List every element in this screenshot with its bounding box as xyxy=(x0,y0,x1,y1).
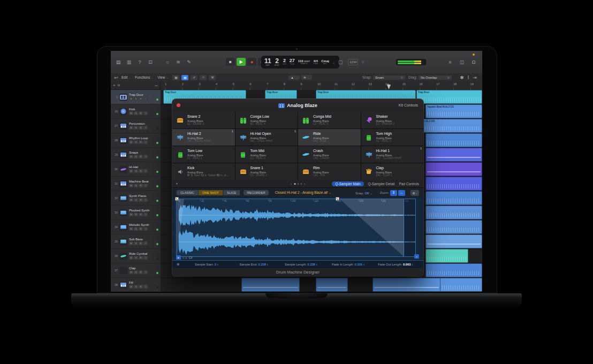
pager-dot[interactable] xyxy=(300,183,302,185)
m-button[interactable]: M xyxy=(129,126,133,130)
region[interactable] xyxy=(425,148,482,162)
m-button[interactable]: M xyxy=(129,111,133,115)
tab-pad-controls[interactable]: Pad Controls xyxy=(399,182,419,186)
i-button[interactable]: I xyxy=(143,169,148,173)
track-row-synth-piano[interactable]: 32Synth PianoMSRI xyxy=(111,191,161,206)
region[interactable] xyxy=(425,220,482,234)
pad-shaker[interactable]: ShakerAnalog BlazeD2 - SHAKER 2 xyxy=(361,112,424,128)
pad-snare-2[interactable]: Snare 2Analog BlazeE1 - SNARE 2 xyxy=(172,112,235,128)
i-button[interactable]: I xyxy=(143,256,148,260)
r-button[interactable]: R xyxy=(139,126,143,130)
i-button[interactable]: I xyxy=(143,126,148,130)
s-button[interactable]: S xyxy=(134,111,138,115)
pointer-tool-selector[interactable]: ▲⌄ xyxy=(288,75,300,80)
editors-icon[interactable]: ✎ xyxy=(185,58,193,66)
waveform-zoom-icon[interactable]: Ⅰ xyxy=(466,74,470,81)
region[interactable] xyxy=(425,177,482,191)
r-button[interactable]: R xyxy=(139,111,143,115)
loop-icon[interactable]: ⌗ xyxy=(200,75,207,80)
fade-out-handle[interactable] xyxy=(336,197,339,201)
smart-controls-icon[interactable]: ☼ xyxy=(163,58,172,66)
auto-zoom-icon[interactable]: ⇥ xyxy=(473,74,477,81)
i-button[interactable]: I xyxy=(143,140,148,144)
param-fade-in-length[interactable]: Fade In Length: 0.006 s xyxy=(325,263,372,266)
region[interactable] xyxy=(425,249,468,263)
pad-tom-low[interactable]: Tom LowAnalog BlazeF1 - PERC 1 xyxy=(172,146,235,163)
catch-icon[interactable]: ✱ xyxy=(460,74,464,81)
track-row-snaps[interactable]: 29SnapsMSRI xyxy=(111,148,161,162)
disclosure-triangle-icon[interactable]: ▼ xyxy=(176,182,178,185)
pager-next-icon[interactable]: › xyxy=(304,182,305,185)
i-button[interactable]: I xyxy=(143,241,148,245)
waveform-display[interactable]: 020406080100120140160180200 ▸ ⊏⊐ C3 ‹ xyxy=(172,198,423,260)
pager-prev-icon[interactable]: ‹ xyxy=(291,182,292,185)
s-button[interactable]: S xyxy=(134,213,138,216)
drag-selector[interactable]: Drag: No Overlap⇅ xyxy=(408,75,452,80)
track-row-clap[interactable]: 37ClapMSRI xyxy=(111,263,161,278)
lcd-display[interactable]: 11BAR 2BEAT 2DIV 27TICK 110 KEEPTEMPO 4/… xyxy=(261,56,339,69)
track-row-rhythm-loop[interactable]: 28Rhythm LoopMSRI xyxy=(111,133,161,148)
mode-classic[interactable]: CLASSIC xyxy=(177,190,199,195)
r-button[interactable]: R xyxy=(139,227,143,231)
automation-icon[interactable]: ✐ xyxy=(191,75,197,80)
snap-selector[interactable]: Snap: Smart⇅ xyxy=(362,75,405,80)
secondary-tool-selector[interactable]: ✛⌄ xyxy=(301,75,312,80)
i-button[interactable]: I xyxy=(143,97,148,101)
pad-hi-hat-open[interactable]: Hi-Hat OpenAnalog BlazeA#1 - OPEN HIHAT1 xyxy=(235,129,298,146)
lcd-chevron-icon[interactable]: ⌄ xyxy=(332,60,335,64)
pad-hi-hat-1[interactable]: Hi-Hat 1Analog BlazeF#1 - CLOSED HIHAT1 xyxy=(361,146,424,163)
pad-snare-1[interactable]: Snare 1Analog BlazeD1 - SNARE 1 xyxy=(235,163,298,180)
i-button[interactable]: I xyxy=(143,111,148,115)
track-row-machine-beat[interactable]: 31Machine BeatMSRI xyxy=(111,177,161,191)
i-button[interactable]: I xyxy=(143,184,148,187)
count-in-button[interactable]: 1234 xyxy=(348,59,358,65)
s-button[interactable]: S xyxy=(134,140,138,144)
snap-setting[interactable]: Snap: Off ⌄ xyxy=(355,191,372,195)
i-button[interactable]: I xyxy=(143,155,148,158)
m-button[interactable]: M xyxy=(129,198,133,202)
track-row-kick[interactable]: 26KickMSRI xyxy=(111,104,161,119)
apple-loops-icon[interactable]: Ω xyxy=(469,58,478,66)
back-icon[interactable]: ↩ xyxy=(112,74,120,81)
tab-q-sampler-main[interactable]: Q-Sampler Main xyxy=(332,181,363,186)
tab-q-sampler-detail[interactable]: Q-Sampler Detail xyxy=(368,182,395,186)
pad-kick[interactable]: KickAnalog BlazeMSInput: C1 ⇅Output: B0 … xyxy=(172,163,235,180)
region[interactable] xyxy=(425,206,482,219)
s-button[interactable]: S xyxy=(134,198,138,202)
fade-in-handle[interactable] xyxy=(175,197,179,201)
i-button[interactable]: I xyxy=(143,227,148,231)
r-button[interactable]: R xyxy=(139,184,143,187)
param-sample-length[interactable]: Sample Length: 0.208 s xyxy=(277,263,324,266)
i-button[interactable]: I xyxy=(143,198,148,202)
i-button[interactable]: I xyxy=(143,285,148,289)
track-row-hi-hat[interactable]: 30Hi-HatMSRI xyxy=(111,162,161,177)
menu-view[interactable]: View ⌄ xyxy=(157,75,168,79)
region[interactable] xyxy=(425,191,482,205)
close-window-button[interactable] xyxy=(177,103,180,107)
pager-dot[interactable] xyxy=(297,183,299,185)
region[interactable]: Aquatic Beat Kick.2 GG xyxy=(425,104,482,118)
i-button[interactable]: I xyxy=(143,213,148,216)
library-icon[interactable]: ▤ xyxy=(114,58,123,66)
stop-button[interactable]: ■ xyxy=(226,58,235,66)
grid-view-icon[interactable]: ▦ xyxy=(172,75,179,80)
list-editors-icon[interactable]: ≡ xyxy=(446,58,454,66)
pager-dot[interactable] xyxy=(294,183,295,185)
r-button[interactable]: R xyxy=(139,198,143,202)
m-button[interactable]: M xyxy=(129,256,133,260)
region[interactable] xyxy=(425,162,482,176)
recorder-button[interactable]: RECORDER xyxy=(244,190,268,195)
region[interactable] xyxy=(425,263,482,277)
region[interactable] xyxy=(425,133,482,147)
m-button[interactable]: M xyxy=(129,184,133,187)
m-button[interactable]: M xyxy=(129,241,133,245)
pad-crash[interactable]: CrashAnalog BlazeC#2 - CRASH xyxy=(298,146,361,163)
menu-functions[interactable]: Functions ⌄ xyxy=(135,75,153,79)
r-button[interactable]: R xyxy=(139,213,143,216)
marquee-icon[interactable]: ⚒ xyxy=(209,75,216,80)
pad-hi-hat-2[interactable]: Hi-Hat 2Analog BlazeG#1 - PEDAL HIHAT1 xyxy=(172,129,235,146)
s-button[interactable]: S xyxy=(134,169,138,173)
duplicate-track-button[interactable]: ⧉ xyxy=(118,84,120,87)
inspector-icon[interactable]: ▥ xyxy=(125,58,133,66)
pad-rim[interactable]: RimAnalog BlazeC#1 - RIM xyxy=(298,163,361,180)
